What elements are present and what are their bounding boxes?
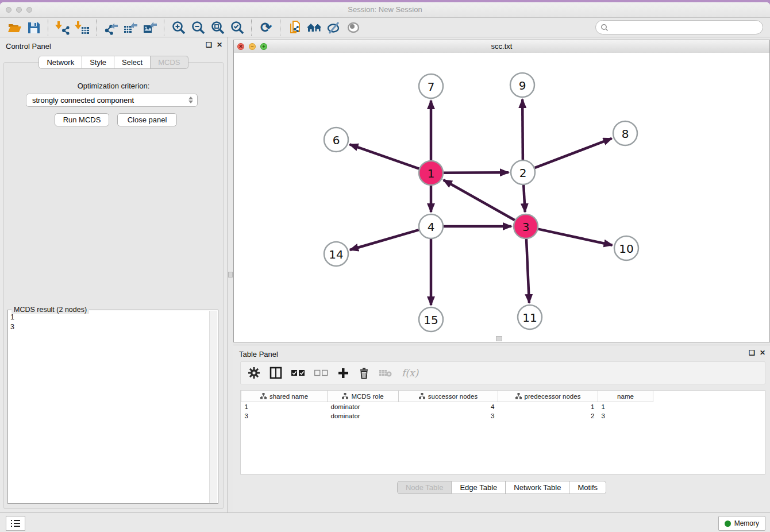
houses-icon[interactable] — [305, 19, 324, 36]
memory-button[interactable]: Memory — [718, 516, 765, 531]
graph-edge[interactable] — [444, 172, 509, 173]
table-cell[interactable]: 1 — [598, 402, 653, 412]
column-header-label: name — [617, 393, 634, 400]
table-cell[interactable]: 3 — [241, 411, 328, 421]
node-label: 9 — [519, 79, 526, 92]
table-cell[interactable]: dominator — [328, 402, 399, 412]
column-header-predecessor-nodes[interactable]: predecessor nodes — [498, 391, 598, 402]
node-label: 8 — [622, 127, 629, 141]
result-scrollbar[interactable] — [209, 311, 217, 503]
toolbar-separator — [164, 20, 165, 36]
table-body: 1dominator4113dominator323 — [241, 402, 653, 421]
select-all-columns-icon[interactable] — [291, 369, 305, 376]
export-image-icon[interactable] — [140, 19, 160, 36]
optimization-criterion-value: strongly connected component — [32, 96, 134, 105]
tab-edge-table[interactable]: Edge Table — [452, 481, 506, 494]
close-panel-icon[interactable]: ✕ — [217, 41, 222, 49]
table-header-row: shared nameMCDS rolesuccessor nodesprede… — [241, 391, 653, 402]
import-table-icon[interactable] — [72, 19, 92, 36]
export-table-icon[interactable] — [121, 19, 140, 36]
zoom-in-icon[interactable] — [169, 19, 188, 36]
column-header-label: MCDS role — [351, 393, 383, 400]
node-label: 2 — [519, 166, 527, 180]
graph-edge[interactable] — [350, 230, 419, 250]
toolbar-separator — [96, 20, 97, 36]
save-session-icon[interactable] — [24, 19, 44, 36]
tab-network-table[interactable]: Network Table — [506, 481, 569, 494]
node-label: 14 — [329, 248, 343, 261]
panel-splitter[interactable] — [228, 37, 233, 512]
import-network-icon[interactable] — [53, 19, 72, 36]
deselect-all-columns-icon[interactable] — [314, 369, 328, 376]
graph-edge[interactable] — [350, 144, 419, 168]
table-cell[interactable]: 3 — [399, 411, 498, 421]
table-cell[interactable]: 2 — [498, 411, 598, 421]
delete-column-icon[interactable] — [358, 367, 369, 379]
duplicate-network-icon[interactable] — [285, 19, 305, 36]
tab-mcds[interactable]: MCDS — [151, 56, 188, 69]
tab-network[interactable]: Network — [38, 56, 82, 69]
float-panel-icon[interactable]: ❑ — [206, 41, 212, 49]
optimization-criterion-select[interactable]: strongly connected component — [26, 94, 198, 107]
open-session-icon[interactable] — [5, 19, 24, 36]
column-header-label: shared name — [270, 393, 308, 400]
graph-edge[interactable] — [444, 180, 515, 220]
network-window-titlebar[interactable]: ✕ − + scc.txt — [234, 40, 769, 53]
app-titlebar: Session: New Session — [0, 2, 770, 18]
table-cell[interactable]: 3 — [598, 411, 653, 421]
app-title: Session: New Session — [0, 5, 770, 14]
column-header-successor-nodes[interactable]: successor nodes — [399, 391, 498, 402]
refresh-icon[interactable]: ⟳ — [256, 19, 276, 36]
tab-select[interactable]: Select — [114, 56, 151, 69]
tab-style[interactable]: Style — [82, 56, 114, 69]
column-header-shared-name[interactable]: shared name — [241, 391, 328, 402]
hierarchy-icon — [342, 393, 348, 399]
zoom-fit-icon[interactable] — [208, 19, 228, 36]
column-header-name[interactable]: name — [598, 391, 653, 402]
mcds-result-text[interactable]: 1 3 — [10, 313, 209, 501]
close-panel-icon[interactable]: ✕ — [760, 349, 765, 357]
graph-edge[interactable] — [538, 229, 612, 245]
table-cell[interactable]: 4 — [399, 402, 498, 412]
run-mcds-button[interactable]: Run MCDS — [55, 113, 109, 126]
node-label: 1 — [428, 167, 435, 180]
canvas-scroll-thumb[interactable] — [496, 336, 502, 341]
create-column-icon[interactable] — [337, 367, 349, 379]
tab-motifs[interactable]: Motifs — [569, 481, 606, 494]
status-bar: Memory — [0, 512, 770, 532]
zoom-out-icon[interactable] — [188, 19, 208, 36]
show-columns-icon[interactable] — [270, 367, 282, 379]
mcds-result-box: MCDS result (2 nodes) 1 3 — [7, 310, 218, 504]
close-panel-button[interactable]: Close panel — [117, 113, 177, 126]
table-cell[interactable]: dominator — [328, 411, 399, 421]
graph-edge[interactable] — [523, 185, 525, 212]
tab-node-table[interactable]: Node Table — [397, 481, 452, 494]
graph-edge[interactable] — [522, 99, 523, 160]
graph-edge[interactable] — [535, 138, 612, 168]
delete-table-icon — [379, 368, 392, 377]
task-history-button[interactable] — [6, 516, 25, 531]
node-label: 4 — [428, 220, 435, 234]
network-canvas[interactable]: 7968124314101511 — [234, 53, 769, 342]
float-panel-icon[interactable]: ❑ — [749, 349, 755, 357]
export-network-icon[interactable] — [101, 19, 121, 36]
memory-label: Memory — [734, 519, 759, 527]
column-header-MCDS-role[interactable]: MCDS role — [328, 391, 399, 402]
search-input[interactable] — [611, 23, 758, 32]
node-label: 15 — [424, 313, 438, 327]
hierarchy-icon — [419, 393, 425, 399]
dropdown-spinner-icon — [188, 97, 193, 103]
column-header-label: successor nodes — [428, 393, 478, 400]
zoom-selected-icon[interactable] — [228, 19, 247, 36]
table-row[interactable]: 3dominator323 — [241, 411, 653, 421]
graph-edge[interactable] — [526, 239, 529, 303]
eye-icon[interactable] — [344, 19, 363, 36]
splitter-handle[interactable] — [228, 272, 233, 277]
search-field[interactable] — [595, 20, 763, 34]
table-cell[interactable]: 1 — [498, 402, 598, 412]
node-table: shared nameMCDS rolesuccessor nodesprede… — [240, 390, 765, 475]
table-row[interactable]: 1dominator411 — [241, 402, 653, 412]
eye-slash-icon[interactable] — [324, 19, 344, 36]
table-settings-gear-icon[interactable] — [248, 367, 260, 379]
table-cell[interactable]: 1 — [241, 402, 328, 412]
